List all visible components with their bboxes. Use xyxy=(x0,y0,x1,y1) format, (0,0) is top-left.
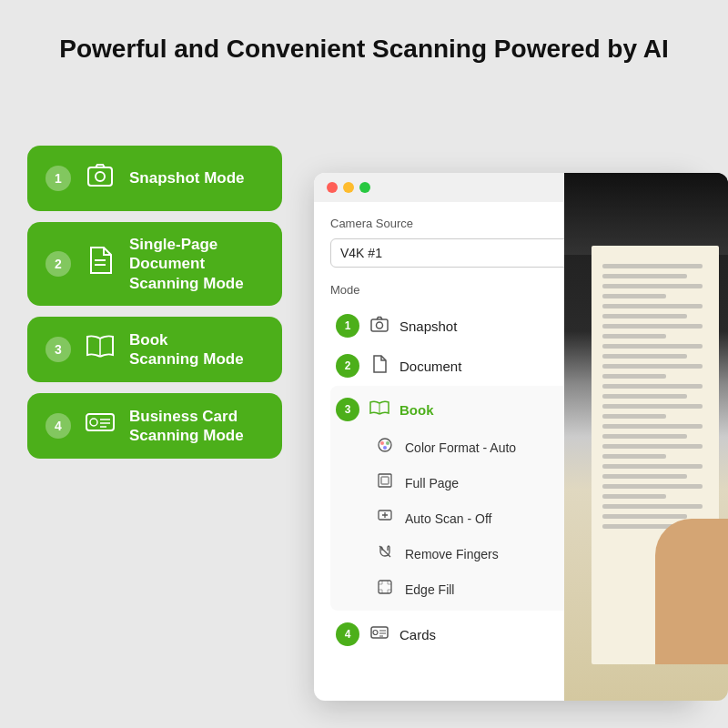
svg-rect-0 xyxy=(88,167,112,186)
svg-point-20 xyxy=(380,441,384,445)
svg-rect-16 xyxy=(371,319,388,331)
snapshot-mode-icon xyxy=(369,316,390,337)
svg-rect-27 xyxy=(379,581,391,593)
document-mode-card[interactable]: 2 Single-Page DocumentScanning Mode xyxy=(27,222,282,306)
svg-point-1 xyxy=(96,172,105,181)
business-card-icon xyxy=(84,410,116,440)
mode-num-4: 4 xyxy=(336,622,359,646)
color-format-icon xyxy=(374,437,396,458)
document-mode-label: Single-Page DocumentScanning Mode xyxy=(129,235,264,293)
book-icon xyxy=(84,333,116,365)
svg-point-17 xyxy=(377,322,383,329)
book-mode-card[interactable]: 3 BookScanning Mode xyxy=(27,317,282,382)
svg-point-22 xyxy=(383,446,387,450)
mode-number-2: 2 xyxy=(46,251,71,277)
full-page-icon xyxy=(374,472,396,493)
snapshot-icon xyxy=(84,161,116,197)
close-dot[interactable] xyxy=(327,182,338,193)
fullscreen-dot[interactable] xyxy=(359,182,370,193)
book-photo-panel xyxy=(564,173,728,701)
header: Powerful and Convenient Scanning Powered… xyxy=(0,0,728,84)
svg-rect-24 xyxy=(381,477,389,484)
snapshot-mode-card[interactable]: 1 Snapshot Mode xyxy=(27,146,282,211)
svg-line-26 xyxy=(379,546,390,557)
svg-point-29 xyxy=(373,630,378,634)
mode-num-3: 3 xyxy=(336,398,359,421)
svg-point-21 xyxy=(386,441,389,445)
page-title: Powerful and Convenient Scanning Powered… xyxy=(55,33,673,66)
mode-number-1: 1 xyxy=(46,166,71,191)
snapshot-mode-label: Snapshot Mode xyxy=(129,168,245,187)
book-mode-icon xyxy=(369,399,390,420)
cards-mode-icon xyxy=(369,625,390,644)
business-card-mode-card[interactable]: 4 Business CardScanning Mode xyxy=(27,393,282,459)
hand-shape xyxy=(655,519,728,664)
left-panel: 1 Snapshot Mode 2 Single-Page DocumentSc… xyxy=(27,146,282,459)
edge-fill-icon xyxy=(374,579,396,600)
document-mode-icon xyxy=(369,355,390,378)
document-icon xyxy=(84,246,116,281)
auto-scan-icon xyxy=(374,508,396,529)
camera-value: V4K #1 xyxy=(340,246,382,260)
mode-num-2: 2 xyxy=(336,354,359,378)
book-photo xyxy=(564,173,728,701)
remove-fingers-icon xyxy=(374,543,396,564)
mode-num-1: 1 xyxy=(336,314,359,338)
book-mode-label: BookScanning Mode xyxy=(129,330,244,369)
mode-number-3: 3 xyxy=(46,337,71,362)
svg-rect-23 xyxy=(379,474,391,487)
business-card-mode-label: Business CardScanning Mode xyxy=(129,407,244,446)
mode-number-4: 4 xyxy=(46,413,71,439)
minimize-dot[interactable] xyxy=(343,182,354,193)
svg-point-6 xyxy=(90,419,97,426)
